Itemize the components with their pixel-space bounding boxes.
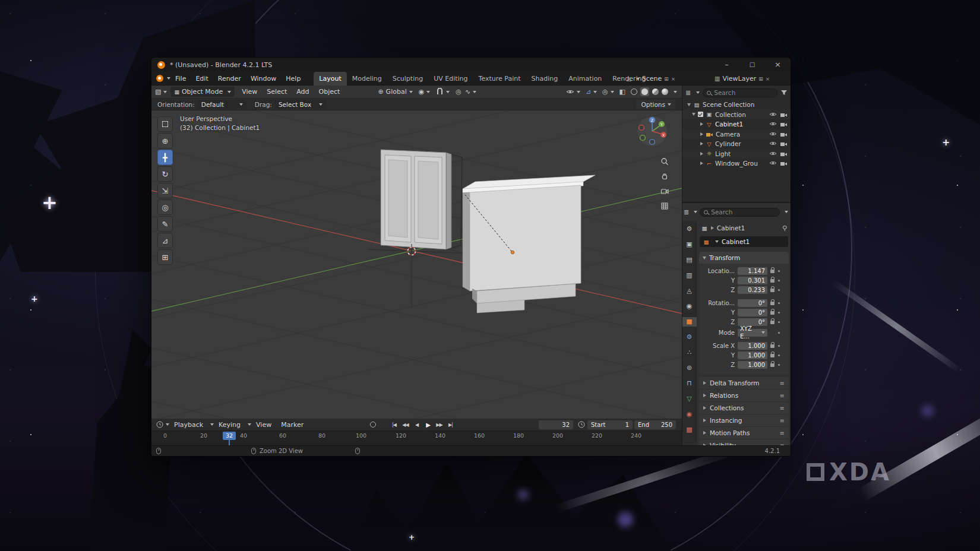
animate-dot-icon[interactable]	[778, 280, 780, 281]
menu-help[interactable]: Help	[281, 72, 305, 86]
auto-keying-toggle[interactable]	[370, 422, 376, 428]
material-shading-icon[interactable]	[652, 88, 659, 95]
transform-panel-header[interactable]: Transform	[699, 252, 789, 264]
lock-icon[interactable]	[770, 321, 774, 324]
ortho-grid-icon[interactable]	[660, 201, 669, 211]
animate-dot-icon[interactable]	[778, 321, 780, 323]
menu-view-timeline[interactable]: View	[251, 418, 276, 432]
lock-icon[interactable]	[770, 279, 774, 283]
animate-dot-icon[interactable]	[778, 332, 780, 334]
rotate-tool[interactable]: ↻	[157, 166, 173, 182]
scene-selector[interactable]: ◬ Scene ⊞ ×	[627, 73, 675, 84]
hide-eye-icon[interactable]	[769, 131, 777, 137]
section-instancing[interactable]: Instancing≡	[699, 414, 789, 426]
scene-tab[interactable]: ◬	[682, 286, 697, 296]
wireframe-shading-icon[interactable]	[631, 88, 637, 95]
orientation-setting-dropdown[interactable]: Default	[198, 100, 246, 109]
next-keyframe-button[interactable]: ▶▶	[434, 420, 444, 429]
camera-view-icon[interactable]	[660, 186, 669, 196]
world-tab[interactable]: ◉	[682, 302, 697, 311]
tab-modeling[interactable]: Modeling	[347, 72, 387, 86]
location-x-field[interactable]: 1.147	[738, 267, 767, 275]
current-frame-field[interactable]: 32	[539, 420, 573, 429]
gizmos-dropdown[interactable]: ⊿	[586, 88, 597, 96]
play-button[interactable]: ▶	[423, 420, 433, 429]
cursor-tool[interactable]: ⊕	[157, 133, 173, 148]
object-name-value[interactable]: Cabinet1	[722, 238, 750, 245]
menu-render[interactable]: Render	[213, 72, 246, 86]
pan-hand-icon[interactable]	[660, 172, 669, 181]
tab-shading[interactable]: Shading	[526, 72, 564, 86]
outliner-search-input[interactable]: Search	[703, 88, 777, 97]
section-delta-transform[interactable]: Delta Transform≡	[699, 377, 789, 389]
outliner-row-window-group[interactable]: ⌐ Window_Grou	[682, 159, 791, 169]
prev-keyframe-button[interactable]: ◀◀	[400, 420, 410, 429]
disclosure-icon[interactable]	[700, 142, 703, 145]
close-button[interactable]: ×	[765, 58, 791, 72]
visibility-dropdown[interactable]	[566, 89, 580, 94]
options-dropdown[interactable]: Options	[636, 100, 676, 109]
outliner-label[interactable]: Window_Grou	[715, 160, 758, 167]
timeline-ruler[interactable]: 0 20 40 60 80 100 120 140 160 180 200 22…	[151, 431, 682, 445]
scale-y-field[interactable]: 1.000	[738, 352, 767, 359]
section-relations[interactable]: Relations≡	[699, 390, 789, 401]
outliner-label[interactable]: Cylinder	[715, 140, 741, 147]
disclosure-icon[interactable]	[700, 162, 703, 165]
render-visibility-icon[interactable]	[780, 131, 788, 137]
material-tab[interactable]: ◉	[682, 410, 697, 419]
frame-end-field[interactable]: End 250	[634, 420, 676, 429]
transform-tool[interactable]: ◎	[157, 200, 173, 215]
drag-handle-icon[interactable]: ≡	[780, 392, 785, 399]
tab-sculpting[interactable]: Sculpting	[387, 72, 428, 86]
outliner-editor-icon[interactable]: ≣	[685, 89, 691, 97]
properties-editor-icon[interactable]: ≣	[684, 208, 689, 216]
overlays-dropdown[interactable]: ◎	[602, 88, 614, 96]
remove-viewlayer-icon[interactable]: ×	[766, 76, 770, 82]
playhead-marker[interactable]: 32	[223, 432, 236, 440]
rotation-mode-dropdown[interactable]: XYZ E...	[738, 329, 767, 337]
outliner-row-collection[interactable]: ▣ Collection	[682, 110, 791, 120]
outliner-row-cylinder[interactable]: ▽ Cylinder	[682, 139, 791, 149]
menu-object[interactable]: Object	[314, 85, 345, 99]
section-motion-paths[interactable]: Motion Paths≡	[699, 427, 789, 439]
pivot-point-dropdown[interactable]: ◉	[419, 88, 431, 96]
zoom-icon[interactable]	[660, 157, 669, 166]
menu-playback[interactable]: Playback	[169, 418, 208, 432]
tool-tab[interactable]: ⚙	[682, 224, 697, 234]
physics-tab[interactable]: ⊚	[682, 363, 697, 373]
disclosure-icon[interactable]	[692, 113, 696, 116]
object-tab[interactable]: ■	[682, 317, 697, 327]
measure-tool[interactable]: ⊿	[157, 233, 173, 248]
outliner-label[interactable]: Cabinet1	[715, 121, 743, 128]
drag-handle-icon[interactable]: ≡	[780, 430, 785, 436]
particles-tab[interactable]: ∴	[682, 348, 697, 357]
animate-dot-icon[interactable]	[778, 345, 780, 347]
menu-keying[interactable]: Keying	[214, 418, 245, 432]
disclosure-icon[interactable]	[700, 152, 703, 156]
menu-select[interactable]: Select	[262, 85, 292, 99]
rotation-x-field[interactable]: 0°	[738, 299, 767, 307]
texture-tab[interactable]: ▩	[682, 425, 697, 435]
disclosure-icon[interactable]	[700, 132, 703, 136]
hide-eye-icon[interactable]	[769, 121, 777, 126]
select-box-tool[interactable]	[157, 116, 173, 132]
render-visibility-icon[interactable]	[780, 160, 788, 166]
unlink-scene-icon[interactable]: ×	[671, 76, 676, 82]
menu-marker[interactable]: Marker	[276, 418, 308, 432]
add-cube-tool[interactable]: ⊞	[157, 249, 173, 265]
rotation-y-field[interactable]: 0°	[738, 309, 767, 316]
render-visibility-icon[interactable]	[780, 121, 788, 127]
maximize-button[interactable]: □	[739, 58, 765, 72]
animate-dot-icon[interactable]	[778, 302, 780, 304]
outliner-row-light[interactable]: ☼ Light	[682, 149, 791, 159]
hide-eye-icon[interactable]	[769, 151, 777, 156]
tab-uv-editing[interactable]: UV Editing	[428, 72, 473, 86]
animate-dot-icon[interactable]	[778, 312, 780, 314]
section-collections[interactable]: Collections≡	[699, 402, 789, 414]
move-tool[interactable]: ╋	[157, 150, 173, 165]
location-y-field[interactable]: 0.301	[738, 277, 767, 284]
disclosure-icon[interactable]	[700, 122, 703, 126]
viewport-canvas[interactable]	[151, 110, 682, 419]
tab-layout[interactable]: Layout	[314, 72, 346, 86]
annotate-tool[interactable]: ✎	[157, 216, 173, 232]
